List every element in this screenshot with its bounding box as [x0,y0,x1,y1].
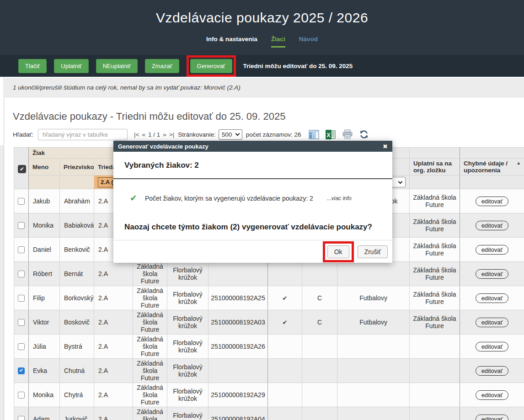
column-header-org-zlozka[interactable]: Uplatní sa na org. zložku [410,159,460,175]
cell-kruzok: Florbalový krúžok [167,383,209,407]
ok-button[interactable]: Ok [327,245,349,258]
row-checkbox[interactable] [18,295,25,302]
more-info-link[interactable]: ...viac info [327,195,352,202]
search-input[interactable] [38,129,128,140]
cancel-button[interactable]: Zrušiť [358,245,388,258]
select-all-checkbox[interactable]: ✔ [18,165,26,173]
cell-trieda: 2.A [94,407,133,420]
cell-org: Základná škola Future [410,189,460,213]
cell-org [410,407,460,420]
app-title: Vzdelávacie poukazy 2025 / 2026 [0,0,524,26]
delete-button[interactable]: Zmazať [145,59,179,73]
unapply-button[interactable]: NEuplatniť [96,59,138,73]
column-header-label: Chybné údaje / upozornenia [464,160,508,174]
row-checkbox[interactable] [18,416,25,420]
column-header-priezvisko[interactable]: Priezvisko [60,159,94,175]
page-size-select[interactable]: 500 [219,129,242,140]
cell-meno: Monika [29,213,60,238]
table-row: EvkaChutná2.AZákladná škola FutureFlorba… [14,359,524,383]
columns-icon[interactable] [309,130,319,139]
print-vouchers-button[interactable]: Tlačiť [18,59,47,73]
dialog-header: Generovať vzdelávacie poukazy ✖ [113,141,392,152]
filter-cell-empty [410,175,460,189]
close-icon[interactable]: ✖ [383,143,388,150]
cell-checkbox [14,335,29,359]
pager-last-button[interactable]: >| [169,131,174,138]
pager: |< « 1 / 1 » >| [134,131,174,138]
excel-export-icon[interactable]: X [326,130,336,139]
cell-meno: Daniel [29,238,60,262]
tab-navod[interactable]: Návod [299,36,318,48]
edit-button[interactable]: editovať [476,197,509,206]
edit-button[interactable]: editovať [476,342,509,351]
dialog-footer: Ok Zrušiť [113,240,392,263]
edit-button[interactable]: editovať [476,366,509,376]
cell-preukaz: 251000008192A04 [209,407,268,420]
cell-priezvisko: Abrahám [60,189,94,213]
cell-preukaz: 251000008192A25 [209,286,268,310]
tab-ziaci[interactable]: Žiaci [271,36,285,48]
confirmation-question: Naozaj chcete týmto žiakom (2) vygenerov… [124,223,381,232]
edit-button[interactable]: editovať [476,245,509,255]
cell-meno: Monika [29,383,60,407]
selected-count-text: Vybraných žiakov: 2 [113,152,392,178]
column-header-chybne-udaje[interactable]: Chybné údaje / upozornenia ▲ [460,159,524,175]
edit-button[interactable]: editovať [476,318,509,327]
cell-skola: Základná škola Future [133,310,167,335]
column-header-meno[interactable]: Meno [29,159,60,175]
edit-button[interactable]: editovať [476,415,509,420]
page-size-label: Stránkovanie: [178,131,216,138]
row-checkbox[interactable] [18,367,25,374]
tab-info-nastavenia[interactable]: Info & nastavenia [206,36,257,48]
chevron-down-icon [235,132,240,136]
cell-skola: Základná škola Future [133,286,167,310]
cell-preukaz: 251000008192A03 [209,310,268,335]
svg-text:X: X [326,132,330,138]
cell-chybne: editovať [460,407,524,420]
print-icon[interactable] [342,129,353,139]
refresh-icon[interactable] [359,130,369,139]
edit-button[interactable]: editovať [476,269,509,279]
generate-button[interactable]: Generovať [190,59,232,73]
pager-first-button[interactable]: |< [134,131,139,138]
left-margin-strip [0,77,4,145]
pager-prev-button[interactable]: « [142,131,145,138]
cell-priezvisko: Benkovič [60,238,94,262]
select-all-cell: ✔ [14,148,29,189]
issued-check-icon: ✔ [283,295,288,302]
row-checkbox[interactable] [18,319,25,326]
annotation-box-generovat: Generovať [187,55,236,77]
pager-current-page: 1 / 1 [148,131,160,138]
row-checkbox[interactable] [18,271,25,277]
filter-cell-empty [460,175,524,189]
cell-typ [302,262,337,286]
cell-trieda: 2.A [94,262,133,286]
cell-preukaz [209,262,268,286]
row-checkbox[interactable] [18,222,25,229]
row-checkbox[interactable] [18,392,25,399]
cell-typ: C [302,310,337,335]
edit-button[interactable]: editovať [476,293,509,303]
edit-button[interactable]: editovať [476,390,509,400]
edit-button[interactable]: editovať [476,221,509,230]
cell-preukaz: 251000008192A29 [209,383,268,407]
cell-chybne: editovať [460,189,524,213]
group-header-empty [460,148,524,159]
pager-next-button[interactable]: » [163,131,166,138]
cell-futbal [337,262,410,286]
table-row: ViktorBoskovič2.AZákladná škola FutureFl… [14,310,524,335]
cell-futbal [337,383,410,407]
row-checkbox[interactable] [18,343,25,350]
sort-asc-icon[interactable]: ▲ [516,160,521,165]
group-header-empty [410,148,460,159]
cell-vydany [268,262,302,286]
table-tools: X [309,129,369,139]
issued-check-icon: ✔ [283,319,288,326]
cell-chybne: editovať [460,213,524,238]
apply-button[interactable]: Uplatniť [54,59,88,73]
row-checkbox[interactable] [18,198,25,205]
cell-typ [302,359,337,383]
cell-chybne: editovať [460,310,524,335]
row-checkbox[interactable] [18,246,25,253]
cell-priezvisko: Bernát [60,262,94,286]
